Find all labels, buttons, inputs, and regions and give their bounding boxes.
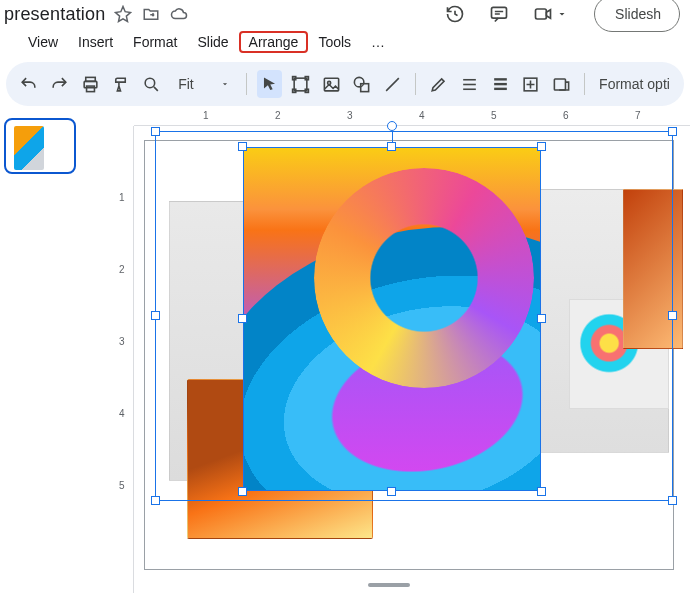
align-button[interactable] bbox=[457, 70, 482, 98]
menu-bar: View Insert Format Slide Arrange Tools … bbox=[0, 28, 690, 56]
distribute-button[interactable] bbox=[488, 70, 513, 98]
svg-rect-16 bbox=[463, 83, 476, 85]
textbox-tool[interactable] bbox=[288, 70, 313, 98]
selection-handle[interactable] bbox=[668, 496, 677, 505]
toolbar-divider bbox=[584, 73, 585, 95]
svg-rect-0 bbox=[492, 7, 507, 18]
menu-view[interactable]: View bbox=[18, 31, 68, 53]
selection-handle[interactable] bbox=[537, 487, 546, 496]
slide-thumbnail-1[interactable] bbox=[4, 118, 76, 174]
rotate-handle[interactable] bbox=[387, 121, 397, 131]
selection-handle[interactable] bbox=[668, 127, 677, 136]
svg-rect-18 bbox=[494, 78, 507, 80]
print-button[interactable] bbox=[78, 70, 103, 98]
toolbar-divider bbox=[246, 73, 247, 95]
mask-image-button[interactable] bbox=[519, 70, 544, 98]
select-tool[interactable] bbox=[257, 70, 282, 98]
paint-format-button[interactable] bbox=[108, 70, 133, 98]
menu-tools[interactable]: Tools bbox=[308, 31, 361, 53]
svg-rect-11 bbox=[324, 78, 338, 91]
svg-rect-19 bbox=[494, 82, 507, 84]
replace-image-button[interactable] bbox=[549, 70, 574, 98]
undo-button[interactable] bbox=[16, 70, 41, 98]
document-title[interactable]: presentation bbox=[4, 4, 105, 25]
horizontal-ruler: 1 2 3 4 5 6 7 bbox=[134, 108, 690, 126]
menu-format[interactable]: Format bbox=[123, 31, 187, 53]
menu-insert[interactable]: Insert bbox=[68, 31, 123, 53]
shape-tool[interactable] bbox=[350, 70, 375, 98]
ruler-tick: 7 bbox=[635, 110, 641, 121]
svg-point-5 bbox=[145, 78, 155, 88]
selection-handle[interactable] bbox=[238, 314, 247, 323]
selection-handle[interactable] bbox=[151, 127, 160, 136]
slideshow-label: Slidesh bbox=[615, 6, 661, 22]
ruler-tick: 4 bbox=[119, 408, 125, 419]
svg-rect-20 bbox=[494, 87, 507, 89]
svg-rect-14 bbox=[361, 83, 369, 91]
svg-rect-22 bbox=[555, 78, 566, 89]
ruler-tick: 3 bbox=[119, 336, 125, 347]
selection-handle[interactable] bbox=[387, 487, 396, 496]
svg-rect-15 bbox=[463, 78, 476, 80]
toolbar-divider bbox=[415, 73, 416, 95]
ruler-tick: 5 bbox=[491, 110, 497, 121]
thumbnail-preview bbox=[14, 126, 44, 170]
star-icon[interactable] bbox=[113, 4, 133, 24]
folder-move-icon[interactable] bbox=[141, 4, 161, 24]
slide-canvas[interactable] bbox=[144, 140, 674, 570]
cloud-saved-icon[interactable] bbox=[169, 4, 189, 24]
svg-rect-1 bbox=[536, 9, 547, 19]
image-person-sunset[interactable] bbox=[623, 189, 683, 349]
ruler-tick: 5 bbox=[119, 480, 125, 491]
video-meet-icon[interactable] bbox=[532, 3, 554, 25]
ruler-tick: 4 bbox=[419, 110, 425, 121]
pen-tool[interactable] bbox=[426, 70, 451, 98]
selection-handle[interactable] bbox=[537, 142, 546, 151]
ruler-tick: 3 bbox=[347, 110, 353, 121]
ruler-tick: 2 bbox=[119, 264, 125, 275]
speaker-notes-handle[interactable] bbox=[368, 583, 410, 587]
redo-button[interactable] bbox=[47, 70, 72, 98]
ruler-tick: 1 bbox=[119, 192, 125, 203]
comment-icon[interactable] bbox=[488, 3, 510, 25]
selection-handle[interactable] bbox=[238, 142, 247, 151]
image-tool[interactable] bbox=[319, 70, 344, 98]
ruler-tick: 2 bbox=[275, 110, 281, 121]
toolbar: Fit Format opti bbox=[6, 62, 684, 106]
line-tool[interactable] bbox=[380, 70, 405, 98]
dropdown-caret-icon bbox=[220, 79, 230, 89]
selected-object[interactable] bbox=[243, 147, 541, 491]
zoom-label: Fit bbox=[178, 76, 194, 92]
menu-more[interactable]: … bbox=[361, 31, 395, 53]
format-options-button[interactable]: Format opti bbox=[595, 76, 674, 92]
zoom-dropdown[interactable]: Fit bbox=[170, 76, 236, 92]
ruler-tick: 1 bbox=[203, 110, 209, 121]
selection-handle[interactable] bbox=[238, 487, 247, 496]
image-abstract-swirl[interactable] bbox=[243, 147, 541, 491]
history-icon[interactable] bbox=[444, 3, 466, 25]
slideshow-button[interactable]: Slidesh bbox=[594, 0, 680, 32]
zoom-tool-icon[interactable] bbox=[139, 70, 164, 98]
slide-thumbnail-panel bbox=[0, 108, 88, 593]
vertical-ruler: 1 2 3 4 5 bbox=[116, 126, 134, 593]
selection-handle[interactable] bbox=[151, 311, 160, 320]
ruler-tick: 6 bbox=[563, 110, 569, 121]
svg-rect-17 bbox=[463, 88, 476, 90]
dropdown-caret-icon[interactable] bbox=[556, 3, 568, 25]
selection-handle[interactable] bbox=[537, 314, 546, 323]
menu-arrange[interactable]: Arrange bbox=[239, 31, 309, 53]
canvas-area[interactable]: 1 2 3 4 5 6 7 1 2 3 4 5 bbox=[88, 108, 690, 593]
menu-slide[interactable]: Slide bbox=[187, 31, 238, 53]
selection-handle[interactable] bbox=[151, 496, 160, 505]
svg-point-13 bbox=[355, 77, 365, 87]
selection-handle[interactable] bbox=[387, 142, 396, 151]
